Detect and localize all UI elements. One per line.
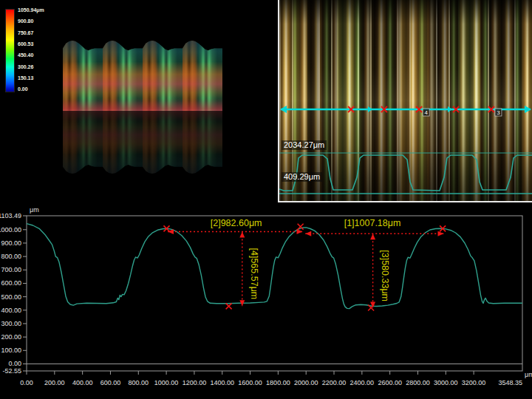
x-tick-label: 0.00 <box>20 379 33 386</box>
measure-arrow-icon <box>370 302 375 308</box>
x-tick-label: 800.00 <box>129 379 149 386</box>
x-tick-label: 1800.00 <box>266 379 290 386</box>
y-tick-label: 0.00 <box>8 360 21 367</box>
x-tick-label: 200.00 <box>44 379 65 386</box>
colorbar-tick-label: 0.00 <box>18 86 62 92</box>
x-tick-label: 2600.00 <box>378 379 402 386</box>
colorbar-tick-label: 450.40 <box>18 52 62 58</box>
x-tick-label: 2200.00 <box>322 379 347 386</box>
x-tick-label: 1000.00 <box>154 379 179 386</box>
x-tick-label: 2000.00 <box>294 379 318 386</box>
scan-height-label: 409.29μm <box>282 172 322 182</box>
y-tick-label: 800.00 <box>1 253 21 260</box>
x-end-tick-label: 3548.35 <box>498 379 522 386</box>
measure-arrow-icon <box>305 231 311 236</box>
x-tick-label: 1200.00 <box>183 379 207 386</box>
y-tick-label: -52.55 <box>2 367 21 375</box>
y-tick-label: 1000.00 <box>0 226 21 233</box>
colorbar-tick-label: 300.26 <box>18 64 62 69</box>
x-tick-label: 3000.00 <box>434 379 458 386</box>
measure-arrow-icon <box>296 229 302 234</box>
x-tick-label: 2400.00 <box>350 379 375 386</box>
colorbar-tick-label: 150.13 <box>18 75 62 81</box>
y-tick-label: 400.00 <box>1 307 21 314</box>
y-tick-label: 300.00 <box>1 320 21 327</box>
x-tick-label: 1400.00 <box>210 379 234 386</box>
y-tick-label: 700.00 <box>1 266 21 273</box>
y-axis-unit-label: μm <box>30 206 39 214</box>
h-measure-label: [2]982.60μm <box>211 218 262 228</box>
h-measure-label: [1]1007.18μm <box>344 218 401 228</box>
x-tick-label: 400.00 <box>72 379 93 386</box>
surface-3d-reflection <box>63 111 222 174</box>
colorbar-tick-label: 750.67 <box>18 30 62 35</box>
measure-arrow-icon <box>437 231 443 236</box>
y-tick-label: 1103.49 <box>0 212 21 219</box>
y-tick-label: 500.00 <box>1 293 21 301</box>
measure-arrow-icon <box>370 233 375 239</box>
profile-chart: 1103.491000.00900.00800.00700.00600.0050… <box>0 203 532 399</box>
colorbar-tick-label: 900.80 <box>18 18 62 24</box>
plot-frame <box>27 216 522 371</box>
x-tick-label: 600.00 <box>100 379 121 386</box>
height-colorbar-gradient <box>5 9 15 92</box>
y-tick-label: 100.00 <box>1 347 21 354</box>
y-tick-label: 200.00 <box>1 333 21 341</box>
profile-overlay <box>279 0 532 201</box>
x-tick-label: 3200.00 <box>462 379 486 386</box>
scan-width-label: 2034.27μm <box>282 140 327 150</box>
x-tick-label: 2800.00 <box>406 379 430 386</box>
v-measure-label: [4]565.57μm <box>249 248 259 300</box>
height-map-3d-panel[interactable]: 1050.94μm900.80750.67600.53450.40300.261… <box>0 0 278 202</box>
x-axis-unit-label: μm <box>525 371 532 378</box>
microscope-image-panel[interactable]: 43 2034.27μm 409.29μm <box>278 0 532 202</box>
y-tick-label: 900.00 <box>1 239 21 247</box>
metrology-app-screen: 1050.94μm900.80750.67600.53450.40300.261… <box>0 0 532 399</box>
profile-chart-panel[interactable]: 1103.491000.00900.00800.00700.00600.0050… <box>0 203 532 399</box>
colorbar-tick-label: 1050.94μm <box>18 7 62 13</box>
surface-3d-render[interactable] <box>63 41 222 174</box>
colorbar-tick-label: 600.53 <box>18 41 62 47</box>
profile-curve <box>27 224 522 309</box>
measure-arrow-icon <box>239 232 245 238</box>
x-tick-label: 1600.00 <box>238 379 262 386</box>
v-measure-label: [3]580.33μm <box>380 250 390 301</box>
surface-3d-band <box>63 41 222 111</box>
y-tick-label: 600.00 <box>1 279 21 287</box>
height-colorbar: 1050.94μm900.80750.67600.53450.40300.261… <box>5 9 57 98</box>
